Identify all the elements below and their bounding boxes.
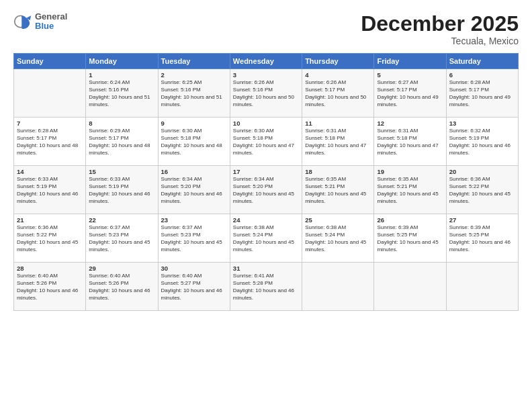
calendar-cell: 19Sunrise: 6:35 AMSunset: 5:21 PMDayligh… [374, 166, 446, 214]
calendar-cell [302, 263, 374, 311]
day-info: Sunrise: 6:37 AMSunset: 5:23 PMDaylight:… [161, 224, 227, 253]
day-info: Sunrise: 6:34 AMSunset: 5:20 PMDaylight:… [161, 176, 227, 205]
day-info: Sunrise: 6:26 AMSunset: 5:16 PMDaylight:… [233, 79, 299, 108]
col-monday: Monday [86, 54, 158, 69]
day-info: Sunrise: 6:29 AMSunset: 5:17 PMDaylight:… [89, 128, 154, 156]
day-info: Sunrise: 6:31 AMSunset: 5:18 PMDaylight:… [305, 128, 371, 156]
day-info: Sunrise: 6:33 AMSunset: 5:19 PMDaylight:… [89, 176, 154, 205]
day-number: 10 [233, 120, 299, 127]
day-info: Sunrise: 6:40 AMSunset: 5:27 PMDaylight:… [161, 273, 227, 302]
calendar-cell: 21Sunrise: 6:36 AMSunset: 5:22 PMDayligh… [14, 214, 86, 263]
day-number: 20 [449, 168, 515, 175]
day-info: Sunrise: 6:41 AMSunset: 5:28 PMDaylight:… [233, 273, 299, 302]
col-sunday: Sunday [14, 54, 86, 69]
calendar-cell: 15Sunrise: 6:33 AMSunset: 5:19 PMDayligh… [86, 166, 158, 214]
calendar-cell: 29Sunrise: 6:40 AMSunset: 5:26 PMDayligh… [86, 263, 158, 311]
calendar-cell: 16Sunrise: 6:34 AMSunset: 5:20 PMDayligh… [158, 166, 230, 214]
location-subtitle: Tecuala, Mexico [361, 36, 519, 46]
calendar-cell: 10Sunrise: 6:30 AMSunset: 5:18 PMDayligh… [230, 118, 302, 166]
col-tuesday: Tuesday [158, 54, 230, 69]
day-number: 16 [161, 168, 227, 175]
calendar-cell: 2Sunrise: 6:25 AMSunset: 5:16 PMDaylight… [158, 69, 230, 118]
calendar-week-row: 1Sunrise: 6:24 AMSunset: 5:16 PMDaylight… [14, 69, 519, 118]
day-number: 18 [305, 168, 371, 175]
calendar-body: 1Sunrise: 6:24 AMSunset: 5:16 PMDaylight… [14, 69, 519, 311]
day-number: 11 [305, 120, 371, 127]
day-info: Sunrise: 6:34 AMSunset: 5:20 PMDaylight:… [233, 176, 299, 205]
day-info: Sunrise: 6:24 AMSunset: 5:16 PMDaylight:… [89, 79, 154, 108]
day-number: 23 [161, 216, 227, 224]
calendar-cell: 6Sunrise: 6:28 AMSunset: 5:17 PMDaylight… [446, 69, 518, 118]
day-number: 5 [377, 71, 443, 79]
day-info: Sunrise: 6:36 AMSunset: 5:22 PMDaylight:… [17, 224, 83, 253]
logo: General Blue [13, 12, 67, 32]
calendar-cell: 8Sunrise: 6:29 AMSunset: 5:17 PMDaylight… [86, 118, 158, 166]
day-info: Sunrise: 6:36 AMSunset: 5:22 PMDaylight:… [449, 176, 515, 205]
calendar-cell: 22Sunrise: 6:37 AMSunset: 5:23 PMDayligh… [86, 214, 158, 263]
logo-general: General [35, 12, 67, 21]
day-number: 17 [233, 168, 299, 175]
calendar-week-row: 14Sunrise: 6:33 AMSunset: 5:19 PMDayligh… [14, 166, 519, 214]
calendar-week-row: 28Sunrise: 6:40 AMSunset: 5:26 PMDayligh… [14, 263, 519, 311]
col-friday: Friday [374, 54, 446, 69]
day-number: 2 [161, 71, 227, 79]
calendar-cell: 24Sunrise: 6:38 AMSunset: 5:24 PMDayligh… [230, 214, 302, 263]
calendar-cell: 1Sunrise: 6:24 AMSunset: 5:16 PMDaylight… [86, 69, 158, 118]
day-info: Sunrise: 6:33 AMSunset: 5:19 PMDaylight:… [17, 176, 83, 205]
calendar-cell: 17Sunrise: 6:34 AMSunset: 5:20 PMDayligh… [230, 166, 302, 214]
day-info: Sunrise: 6:28 AMSunset: 5:17 PMDaylight:… [449, 79, 515, 108]
header: General Blue December 2025 Tecuala, Mexi… [13, 12, 519, 46]
day-info: Sunrise: 6:40 AMSunset: 5:26 PMDaylight:… [17, 273, 83, 302]
calendar-cell [374, 263, 446, 311]
day-info: Sunrise: 6:27 AMSunset: 5:17 PMDaylight:… [377, 79, 443, 108]
day-number: 22 [89, 216, 154, 224]
day-number: 30 [161, 265, 227, 272]
day-number: 13 [449, 120, 515, 127]
day-number: 3 [233, 71, 299, 79]
day-info: Sunrise: 6:37 AMSunset: 5:23 PMDaylight:… [89, 224, 154, 253]
day-number: 6 [449, 71, 515, 79]
calendar-cell: 18Sunrise: 6:35 AMSunset: 5:21 PMDayligh… [302, 166, 374, 214]
col-wednesday: Wednesday [230, 54, 302, 69]
day-number: 24 [233, 216, 299, 224]
day-number: 12 [377, 120, 443, 127]
calendar-cell: 20Sunrise: 6:36 AMSunset: 5:22 PMDayligh… [446, 166, 518, 214]
day-info: Sunrise: 6:38 AMSunset: 5:24 PMDaylight:… [233, 224, 299, 253]
day-info: Sunrise: 6:35 AMSunset: 5:21 PMDaylight:… [305, 176, 371, 205]
day-number: 1 [89, 71, 154, 79]
col-saturday: Saturday [446, 54, 518, 69]
day-info: Sunrise: 6:32 AMSunset: 5:19 PMDaylight:… [449, 128, 515, 156]
day-info: Sunrise: 6:25 AMSunset: 5:16 PMDaylight:… [161, 79, 227, 108]
day-number: 26 [377, 216, 443, 224]
day-number: 27 [449, 216, 515, 224]
logo-text: General Blue [35, 12, 67, 32]
day-info: Sunrise: 6:28 AMSunset: 5:17 PMDaylight:… [17, 128, 83, 156]
calendar-page: General Blue December 2025 Tecuala, Mexi… [0, 0, 532, 411]
calendar-cell: 25Sunrise: 6:38 AMSunset: 5:24 PMDayligh… [302, 214, 374, 263]
calendar-cell: 11Sunrise: 6:31 AMSunset: 5:18 PMDayligh… [302, 118, 374, 166]
col-thursday: Thursday [302, 54, 374, 69]
calendar-cell [14, 69, 86, 118]
logo-blue: Blue [35, 21, 67, 31]
day-info: Sunrise: 6:40 AMSunset: 5:26 PMDaylight:… [89, 273, 154, 302]
day-number: 19 [377, 168, 443, 175]
day-number: 4 [305, 71, 371, 79]
day-number: 31 [233, 265, 299, 272]
day-info: Sunrise: 6:30 AMSunset: 5:18 PMDaylight:… [161, 128, 227, 156]
calendar-cell: 14Sunrise: 6:33 AMSunset: 5:19 PMDayligh… [14, 166, 86, 214]
calendar-cell: 3Sunrise: 6:26 AMSunset: 5:16 PMDaylight… [230, 69, 302, 118]
day-info: Sunrise: 6:30 AMSunset: 5:18 PMDaylight:… [233, 128, 299, 156]
day-number: 29 [89, 265, 154, 272]
calendar-cell [446, 263, 518, 311]
day-info: Sunrise: 6:35 AMSunset: 5:21 PMDaylight:… [377, 176, 443, 205]
day-info: Sunrise: 6:38 AMSunset: 5:24 PMDaylight:… [305, 224, 371, 253]
day-info: Sunrise: 6:39 AMSunset: 5:25 PMDaylight:… [377, 224, 443, 253]
month-title: December 2025 [361, 12, 519, 36]
day-number: 28 [17, 265, 83, 272]
calendar-cell: 12Sunrise: 6:31 AMSunset: 5:18 PMDayligh… [374, 118, 446, 166]
calendar-cell: 9Sunrise: 6:30 AMSunset: 5:18 PMDaylight… [158, 118, 230, 166]
day-info: Sunrise: 6:31 AMSunset: 5:18 PMDaylight:… [377, 128, 443, 156]
day-number: 15 [89, 168, 154, 175]
calendar-week-row: 21Sunrise: 6:36 AMSunset: 5:22 PMDayligh… [14, 214, 519, 263]
calendar-cell: 23Sunrise: 6:37 AMSunset: 5:23 PMDayligh… [158, 214, 230, 263]
